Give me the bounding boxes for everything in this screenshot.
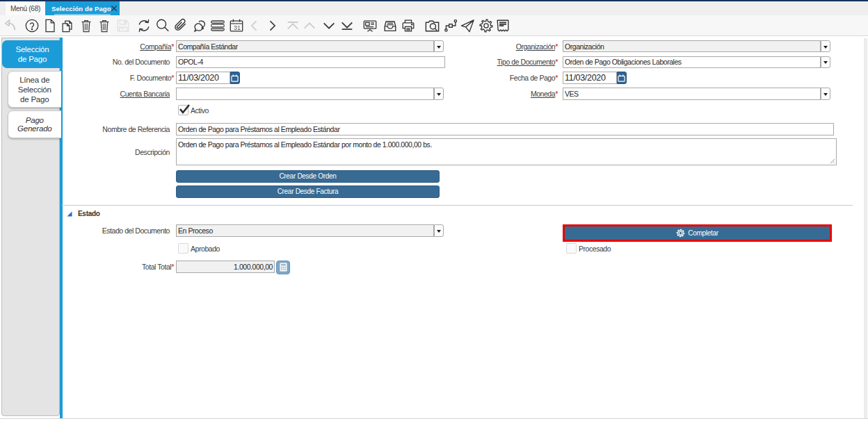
svg-text:31: 31 — [234, 24, 241, 31]
